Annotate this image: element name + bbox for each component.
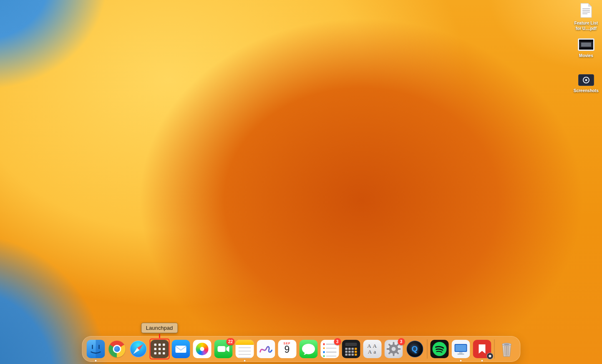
dock-item-facetime[interactable]: 22 (214, 340, 232, 358)
running-indicator (244, 360, 245, 361)
notification-badge: 22 (227, 338, 234, 345)
messages-icon (299, 340, 317, 358)
movie-thumbnail-icon (578, 38, 594, 51)
dock-item-chrome[interactable] (108, 340, 126, 358)
dock-item-launchpad[interactable]: Launchpad (150, 340, 169, 358)
mail-icon (171, 340, 190, 358)
desktop-icon-label: Screenshots (574, 88, 599, 93)
monitor-app-icon (451, 340, 470, 358)
dock-item-freeform[interactable] (257, 340, 275, 358)
dock-item-trash[interactable] (497, 340, 516, 358)
freeform-icon (257, 340, 275, 358)
dock-item-quicktime[interactable]: Q (406, 340, 424, 358)
font-book-icon: A A A a (363, 340, 381, 358)
launchpad-icon (150, 340, 169, 358)
dock-item-calendar[interactable]: SEP 9 (278, 340, 296, 358)
sub-app-badge-icon (486, 353, 493, 359)
desktop-icon-pdf[interactable]: Feature List for U....pdf (572, 3, 601, 31)
dock-item-calculator[interactable] (342, 340, 360, 358)
calculator-icon (342, 340, 360, 358)
desktop-icon-label: Movies (579, 53, 593, 58)
dock-item-messages[interactable] (299, 340, 317, 358)
notes-icon (235, 340, 254, 358)
dock-separator (427, 339, 427, 359)
desktop-icon-label: Feature List for U....pdf (572, 20, 600, 31)
running-indicator (460, 360, 461, 361)
quicktime-icon: Q (406, 340, 424, 358)
calendar-icon: SEP 9 (278, 340, 296, 358)
running-indicator (95, 360, 96, 361)
dock-item-font-book[interactable]: A A A a (363, 340, 381, 358)
desktop-icon-screenshots[interactable]: Screenshots (572, 74, 601, 93)
dock-tooltip: Launchpad (141, 323, 178, 333)
photos-icon (193, 340, 211, 358)
pdf-document-icon (580, 3, 592, 18)
dock-item-spotify[interactable] (430, 340, 448, 358)
calendar-day: 9 (285, 345, 290, 354)
dock-item-reminders[interactable]: 3 (320, 340, 339, 358)
screenshots-folder-icon (578, 74, 594, 86)
running-indicator (481, 360, 483, 361)
finder-icon (86, 340, 105, 358)
dock-item-photos[interactable] (193, 340, 211, 358)
font-book-letters-row1: A A (367, 343, 377, 349)
notification-badge: 3 (398, 338, 405, 345)
dock-item-monitor-app[interactable] (451, 340, 470, 358)
font-book-letters-row2: A a (368, 349, 377, 355)
spotify-icon (430, 340, 448, 358)
dock-separator (494, 339, 494, 359)
dock-item-notes[interactable] (235, 340, 254, 358)
dock: Launchpad (82, 336, 520, 362)
safari-icon (129, 340, 147, 358)
chrome-icon (108, 340, 126, 358)
dock-item-finder[interactable] (86, 340, 105, 358)
quicktime-q-letter: Q (412, 344, 418, 354)
dock-item-red-media-app[interactable] (473, 340, 491, 358)
trash-icon (497, 340, 516, 358)
dock-item-system-settings[interactable]: 3 (384, 340, 403, 358)
dock-item-safari[interactable] (129, 340, 147, 358)
desktop-icon-movies[interactable]: Movies (572, 38, 601, 58)
macos-desktop: Feature List for U....pdf Movies Screens… (0, 0, 602, 364)
dock-item-mail[interactable] (171, 340, 190, 358)
notification-badge: 3 (334, 338, 341, 345)
